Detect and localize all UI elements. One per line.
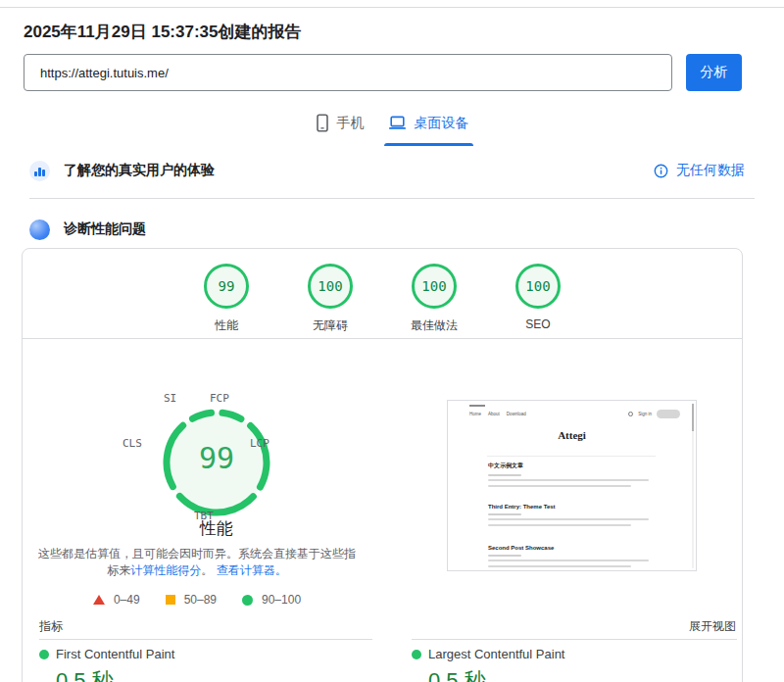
tab-mobile-label: 手机 — [337, 115, 365, 132]
site-nav: Home About Download — [469, 412, 526, 416]
site-nav-right: Sign in — [628, 410, 680, 418]
diagnose-section-title: 诊断性能问题 — [64, 220, 146, 238]
analyze-button[interactable]: 分析 — [686, 54, 742, 91]
metric-lcp-value: 0.5 秒 — [428, 666, 735, 682]
site-title: Attegi — [448, 429, 696, 441]
card-divider — [23, 338, 742, 339]
metrics-divider-right — [412, 639, 737, 640]
tab-desktop-label: 桌面设备 — [415, 115, 469, 132]
expand-view-button[interactable]: 展开视图 — [689, 618, 736, 635]
metric-lcp: Largest Contentful Paint 0.5 秒 — [412, 647, 735, 682]
score-disclaimer: 这些都是估算值，且可能会因时而异。系统会直接基于这些指标来计算性能得分。 查看计… — [35, 546, 359, 579]
legend-fail: 0–49 — [93, 593, 140, 607]
site-post: 中文示例文章 — [488, 462, 655, 487]
score-accessibility[interactable]: 100 无障碍 — [301, 264, 360, 334]
average-square-icon — [166, 595, 175, 605]
metric-fcp-label: FCP — [210, 392, 229, 405]
tab-mobile[interactable]: 手机 — [306, 106, 374, 146]
post-date-bar — [488, 513, 521, 515]
site-post: Third Entry: Theme Test — [488, 504, 655, 526]
active-tab-underline — [384, 143, 473, 146]
field-data-section-header[interactable]: 了解您的真实用户的体验 无任何数据 — [29, 157, 755, 184]
no-data-label: 无任何数据 — [676, 162, 745, 179]
site-logo — [469, 405, 485, 407]
score-legend: 0–49 50–89 90–100 — [35, 593, 359, 607]
pass-dot-icon — [412, 650, 421, 659]
page-title: 2025年11月29日 15:37:35创建的报告 — [24, 21, 301, 43]
post-date-bar — [488, 474, 521, 476]
score-circle: 100 — [412, 264, 457, 309]
bar-chart-icon — [29, 161, 50, 181]
desktop-icon — [388, 116, 407, 130]
no-data-status: 无任何数据 — [654, 157, 745, 184]
post-date-bar — [488, 555, 521, 557]
field-section-title: 了解您的真实用户的体验 — [64, 162, 215, 179]
diagnose-section-header[interactable]: 诊断性能问题 — [29, 216, 755, 243]
tab-desktop[interactable]: 桌面设备 — [378, 106, 479, 146]
score-best-practices[interactable]: 100 最佳做法 — [405, 264, 464, 334]
pass-dot-icon — [39, 650, 49, 659]
metric-cls-label: CLS — [122, 437, 142, 450]
subscribe-button-pill — [657, 410, 680, 418]
score-circle: 99 — [204, 264, 249, 309]
site-post: Second Post Showcase — [488, 545, 655, 567]
metric-fcp: First Contentful Paint 0.5 秒 — [39, 647, 363, 682]
url-input[interactable] — [24, 54, 672, 91]
score-seo[interactable]: 100 SEO — [509, 264, 567, 334]
metric-si-label: SI — [164, 392, 176, 405]
score-circle: 100 — [308, 264, 353, 309]
fail-triangle-icon — [93, 595, 105, 605]
score-performance[interactable]: 99 性能 — [197, 264, 256, 334]
final-screenshot-thumbnail[interactable]: Home About Download Sign in Attegi 中文示例文… — [447, 400, 697, 571]
site-divider — [487, 456, 656, 457]
pass-circle-icon — [242, 595, 253, 606]
metric-fcp-value: 0.5 秒 — [56, 666, 363, 682]
top-divider — [0, 7, 784, 8]
device-tabs: 手机 桌面设备 — [0, 106, 784, 146]
thumbnail-scrollbar-thumb — [692, 404, 694, 431]
metrics-header: 指标 — [39, 618, 63, 635]
phone-icon — [316, 114, 329, 132]
speedometer-icon — [29, 219, 50, 240]
calculator-link[interactable]: 查看计算器。 — [217, 563, 287, 577]
info-icon — [654, 164, 668, 178]
lighthouse-report-card: 99 性能 100 无障碍 100 最佳做法 100 SEO 99 SI FCP… — [22, 248, 743, 682]
legend-pass: 90–100 — [242, 593, 301, 607]
calc-score-link[interactable]: 计算性能得分 — [130, 563, 201, 577]
metric-lcp-label: LCP — [250, 437, 270, 450]
search-icon — [628, 412, 633, 416]
legend-average: 50–89 — [166, 593, 217, 607]
score-circle: 100 — [515, 264, 561, 309]
metrics-divider-left — [39, 639, 372, 640]
gauge-category-label: 性能 — [155, 517, 278, 540]
category-scores: 99 性能 100 无障碍 100 最佳做法 100 SEO — [23, 264, 742, 334]
section-divider — [29, 198, 755, 199]
